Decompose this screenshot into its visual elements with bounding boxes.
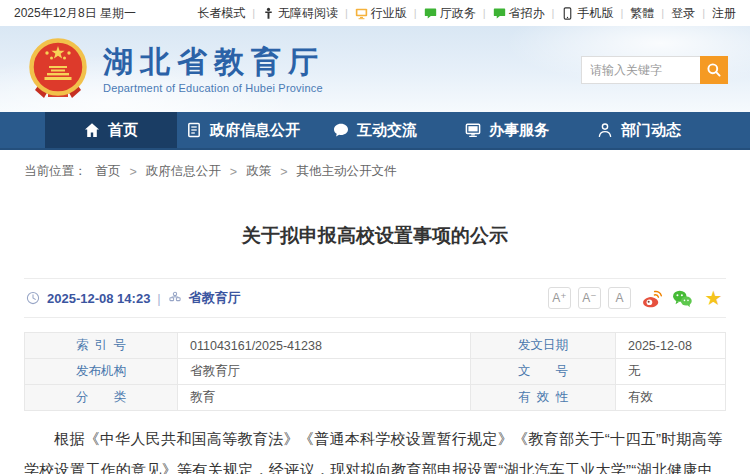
breadcrumb-prefix: 当前位置： — [24, 163, 87, 180]
nav-item-gov-info[interactable]: 政府信息公开 — [177, 112, 309, 148]
admissions-link[interactable]: 省招办 — [493, 5, 545, 22]
breadcrumb-policy[interactable]: 政策 — [246, 163, 271, 180]
site-header: 湖北省教育厅 Department of Education of Hubei … — [0, 26, 750, 112]
breadcrumb-separator: > — [230, 165, 237, 179]
search-input[interactable] — [581, 56, 700, 84]
divider: | — [702, 7, 705, 19]
article-body-paragraph: 根据《中华人民共和国高等教育法》《普通本科学校设置暂行规定》《教育部关于“十四五… — [24, 424, 726, 474]
elder-mode-link[interactable]: 长者模式 — [197, 5, 245, 22]
share-wechat-icon[interactable] — [672, 288, 693, 309]
accessibility-icon — [262, 7, 275, 20]
site-search — [581, 56, 728, 84]
meta-value-issue-date: 2025-12-08 — [616, 333, 726, 359]
meta-label-index-number: 索引号 — [25, 333, 178, 359]
meta-label-document-number: 文号 — [471, 359, 616, 385]
article-content: 关于拟申报高校设置事项的公示 2025-12-08 14:23 | 省教育厅 A… — [0, 223, 750, 474]
nav-item-interaction[interactable]: 互动交流 — [309, 112, 441, 148]
organization-icon — [168, 291, 182, 305]
meta-value-issuing-agency: 省教育厅 — [178, 359, 471, 385]
phone-icon — [561, 7, 574, 20]
nav-item-services[interactable]: 办事服务 — [441, 112, 573, 148]
meta-value-index-number: 011043161/2025-41238 — [178, 333, 471, 359]
comment-icon — [424, 7, 437, 20]
table-row: 发布机构 省教育厅 文号 无 — [25, 359, 726, 385]
current-date: 2025年12月8日 星期一 — [14, 5, 136, 22]
monitor-icon — [355, 7, 368, 20]
accessibility-link[interactable]: 无障碍阅读 — [262, 5, 338, 22]
divider: | — [414, 7, 417, 19]
site-branding: 湖北省教育厅 Department of Education of Hubei … — [103, 45, 325, 94]
page-title: 关于拟申报高校设置事项的公示 — [24, 223, 726, 249]
meta-value-document-number: 无 — [616, 359, 726, 385]
chat-bubble-icon — [333, 122, 349, 138]
utility-bar: 2025年12月8日 星期一 长者模式 | 无障碍阅读 | 行业版 | 厅政务 … — [0, 0, 750, 26]
divider: | — [661, 7, 664, 19]
main-navigation: 首页 政府信息公开 互动交流 办事服务 部门动态 — [0, 112, 750, 150]
font-larger-button[interactable]: A⁺ — [548, 287, 571, 309]
traditional-chinese-link[interactable]: 繁體 — [630, 5, 654, 22]
document-meta-table: 索引号 011043161/2025-41238 发文日期 2025-12-08… — [24, 332, 726, 411]
font-reset-button[interactable]: A — [608, 287, 631, 309]
star-icon: ★ — [705, 288, 723, 308]
home-icon — [84, 122, 100, 138]
monitor-icon — [465, 122, 481, 138]
share-qzone-icon[interactable]: ★ — [703, 288, 724, 309]
clock-icon — [26, 291, 40, 305]
table-row: 索引号 011043161/2025-41238 发文日期 2025-12-08 — [25, 333, 726, 359]
divider: | — [157, 291, 160, 306]
search-icon — [706, 62, 722, 78]
gov-wechat-link[interactable]: 厅政务 — [424, 5, 476, 22]
article-source: 省教育厅 — [189, 289, 241, 307]
breadcrumb: 当前位置： 首页 > 政府信息公开 > 政策 > 其他主动公开文件 — [0, 150, 750, 190]
site-title: 湖北省教育厅 — [103, 45, 325, 78]
register-link[interactable]: 注册 — [712, 5, 736, 22]
breadcrumb-gov-info[interactable]: 政府信息公开 — [146, 163, 221, 180]
document-icon — [186, 122, 202, 138]
share-weibo-icon[interactable] — [641, 288, 662, 309]
breadcrumb-home[interactable]: 首页 — [96, 163, 121, 180]
nav-item-department-news[interactable]: 部门动态 — [573, 112, 705, 148]
industry-version-link[interactable]: 行业版 — [355, 5, 407, 22]
divider: | — [252, 7, 255, 19]
site-title-english: Department of Education of Hubei Provinc… — [103, 82, 325, 94]
nav-item-home[interactable]: 首页 — [45, 112, 177, 148]
search-button[interactable] — [700, 56, 728, 84]
meta-label-issuing-agency: 发布机构 — [25, 359, 178, 385]
breadcrumb-separator: > — [130, 165, 137, 179]
meta-label-issue-date: 发文日期 — [471, 333, 616, 359]
article-meta-bar: 2025-12-08 14:23 | 省教育厅 A⁺ A⁻ A ★ — [24, 278, 726, 318]
meta-value-category: 教育 — [178, 385, 471, 411]
divider: | — [483, 7, 486, 19]
font-smaller-button[interactable]: A⁻ — [578, 287, 601, 309]
comment-icon — [493, 7, 506, 20]
meta-value-validity: 有效 — [616, 385, 726, 411]
divider: | — [620, 7, 623, 19]
table-row: 分类 教育 有效性 有效 — [25, 385, 726, 411]
national-emblem-logo — [26, 37, 90, 101]
breadcrumb-separator: > — [280, 165, 287, 179]
divider: | — [345, 7, 348, 19]
meta-label-category: 分类 — [25, 385, 178, 411]
login-link[interactable]: 登录 — [671, 5, 695, 22]
meta-label-validity: 有效性 — [471, 385, 616, 411]
person-icon — [597, 122, 613, 138]
mobile-version-link[interactable]: 手机版 — [561, 5, 613, 22]
publish-time: 2025-12-08 14:23 — [47, 291, 150, 306]
divider: | — [552, 7, 555, 19]
breadcrumb-other-public-documents[interactable]: 其他主动公开文件 — [296, 163, 396, 180]
